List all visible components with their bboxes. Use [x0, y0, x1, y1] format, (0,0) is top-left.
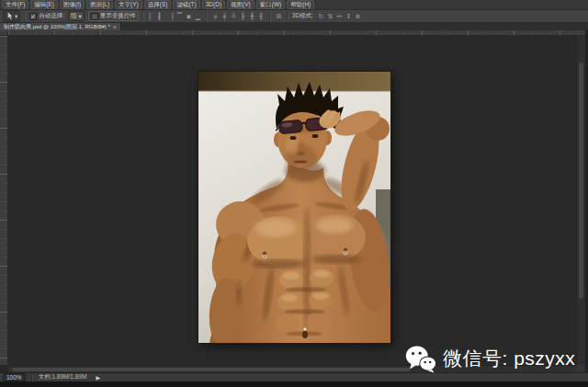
3d-mode-buttons-group: ↻⇅↔↕⊕ [317, 12, 362, 21]
align-horizontal-centers-icon[interactable]: ▎ [157, 12, 165, 21]
menu-item-filter[interactable]: 滤镜(T) [173, 0, 199, 9]
chevron-down-icon: ▾ [15, 13, 17, 20]
3d-drag-icon[interactable]: ↔ [335, 12, 344, 21]
3d-roll-icon[interactable]: ⇅ [326, 12, 334, 21]
distribute-top-icon[interactable]: ╤ [211, 12, 220, 21]
tool-options-bar: ▾ ✓ 自动选择: 组 ▾ 显示变换控件 ▏▎▕▔▪▁ ╤╪╧╟╫╢ ⊞ 3D模… [0, 10, 588, 23]
auto-select-checkbox[interactable]: ✓ 自动选择: [29, 12, 64, 20]
3d-scale-icon[interactable]: ⊕ [354, 12, 362, 21]
divider [287, 12, 288, 21]
document-tab[interactable]: 制作肌肉男.psd @ 100%(图层 1, RGB/8#) * × [0, 23, 121, 30]
menu-item-window[interactable]: 窗口(W) [256, 0, 285, 9]
auto-select-target-dropdown[interactable]: 组 ▾ [68, 11, 85, 21]
distribute-bottom-icon[interactable]: ╧ [230, 12, 238, 21]
distribute-vcenter-icon[interactable]: ╪ [220, 12, 229, 21]
auto-align-layers-icon[interactable]: ⊞ [275, 12, 283, 21]
photoshop-window: 文件(F)编辑(E)图像(I)图层(L)文字(Y)选择(S)滤镜(T)3D(D)… [0, 0, 588, 387]
distribute-left-icon[interactable]: ╟ [239, 12, 247, 21]
distribute-buttons-group: ╤╪╧╟╫╢ [211, 12, 266, 21]
3d-rotate-icon[interactable]: ↻ [317, 12, 325, 21]
vertical-scrollbar[interactable] [576, 36, 585, 365]
scrollbar-corner [576, 365, 585, 372]
align-left-edges-icon[interactable]: ▏ [148, 12, 156, 21]
align-buttons-group: ▏▎▕▔▪▁ [148, 12, 202, 21]
tool-preset-picker[interactable]: ▾ [3, 10, 20, 22]
align-top-edges-icon[interactable]: ▔ [175, 12, 184, 21]
3d-mode-label: 3D模式: [292, 12, 313, 20]
divider [206, 12, 208, 21]
align-right-edges-icon[interactable]: ▕ [166, 12, 175, 21]
chevron-down-icon: ▾ [79, 13, 82, 20]
watermark-text: 微信号: pszyxx [443, 343, 575, 374]
move-tool-icon [6, 12, 14, 20]
vertical-scrollbar-thumb[interactable] [579, 63, 583, 300]
close-icon[interactable]: × [113, 24, 117, 30]
document-size-info: 文档:1.89M/1.89M [39, 373, 87, 381]
wechat-watermark: 微信号: pszyxx [405, 343, 575, 374]
menu-item-3d[interactable]: 3D(D) [202, 0, 225, 9]
show-transform-label: 显示变换控件 [100, 12, 136, 20]
document-tab-title: 制作肌肉男.psd @ 100%(图层 1, RGB/8#) * [4, 23, 110, 30]
menu-item-help[interactable]: 帮助(H) [287, 0, 314, 9]
menu-item-image[interactable]: 图像(I) [60, 0, 85, 9]
menu-item-edit[interactable]: 编辑(E) [30, 0, 58, 9]
muscular-man-photo [198, 72, 390, 343]
menu-item-layer[interactable]: 图层(L) [86, 0, 113, 9]
auto-select-label: 自动选择: [39, 12, 64, 20]
divider [269, 12, 271, 21]
align-vertical-centers-icon[interactable]: ▪ [185, 12, 193, 21]
wechat-icon [405, 345, 436, 373]
menu-bar: 文件(F)编辑(E)图像(I)图层(L)文字(Y)选择(S)滤镜(T)3D(D)… [0, 0, 588, 10]
divider [142, 12, 144, 21]
align-bottom-edges-icon[interactable]: ▁ [194, 12, 202, 21]
menu-item-file[interactable]: 文件(F) [2, 0, 28, 9]
divider [31, 374, 33, 381]
distribute-hcenter-icon[interactable]: ╫ [248, 12, 256, 21]
menu-item-select[interactable]: 选择(S) [144, 0, 172, 9]
distribute-right-icon[interactable]: ╢ [257, 12, 266, 21]
show-transform-checkbox[interactable]: 显示变换控件 [88, 11, 139, 21]
menu-item-view[interactable]: 视图(V) [227, 0, 254, 9]
window-bottom-edge [0, 381, 588, 387]
checkbox-unchecked-icon [91, 13, 98, 20]
photo-document[interactable] [198, 72, 390, 343]
dropdown-value: 组 [71, 12, 77, 20]
3d-slide-icon[interactable]: ↕ [345, 12, 353, 21]
horizontal-scrollbar-thumb[interactable] [12, 368, 410, 371]
vertical-ruler [0, 36, 8, 365]
divider [24, 12, 26, 21]
zoom-level-field[interactable]: 100% [3, 373, 26, 381]
checkbox-checked-icon: ✓ [29, 13, 37, 20]
status-options-arrow-icon[interactable]: ▶ [96, 374, 100, 381]
menu-item-type[interactable]: 文字(Y) [115, 0, 142, 9]
